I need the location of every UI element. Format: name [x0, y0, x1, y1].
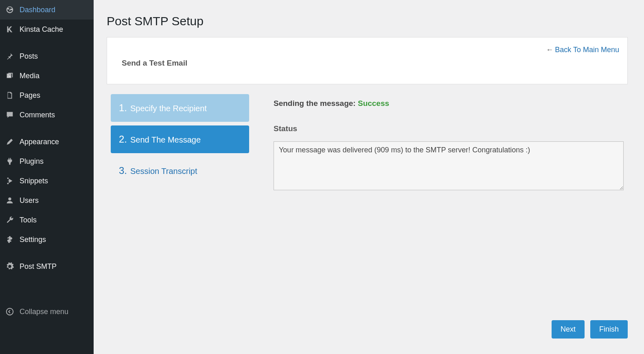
sidebar-item-users[interactable]: Users	[0, 191, 94, 210]
media-icon	[5, 71, 15, 81]
card-subtitle: Send a Test Email	[122, 59, 615, 68]
step-send-message[interactable]: 2. Send The Message	[111, 125, 249, 153]
step-recipient[interactable]: 1. Specify the Recipient	[111, 94, 249, 122]
settings-icon	[5, 235, 15, 244]
sidebar-item-label: Kinsta Cache	[20, 25, 63, 34]
svg-point-1	[7, 308, 13, 315]
comments-icon	[5, 110, 15, 120]
gear-icon	[5, 262, 15, 271]
sidebar-item-label: Settings	[20, 235, 46, 244]
snippets-icon	[5, 176, 15, 186]
sidebar-separator	[0, 39, 94, 46]
next-button[interactable]: Next	[552, 320, 585, 339]
wizard-header-card: ← Back To Main Menu Send a Test Email	[107, 37, 628, 84]
pages-icon	[5, 90, 15, 100]
sidebar-item-comments[interactable]: Comments	[0, 105, 94, 125]
sidebar-item-label: Posts	[20, 52, 38, 61]
svg-point-0	[8, 75, 9, 76]
step-label: Send The Message	[130, 135, 201, 145]
pin-icon	[5, 51, 15, 61]
sidebar-item-label: Pages	[20, 91, 40, 100]
sidebar-item-label: Post SMTP	[20, 262, 57, 271]
back-link-label: Back To Main Menu	[555, 46, 619, 54]
collapse-icon	[5, 307, 15, 317]
sidebar-item-label: Dashboard	[20, 6, 55, 14]
sidebar-item-label: Appearance	[20, 138, 59, 146]
step-label: Specify the Recipient	[130, 104, 207, 113]
back-to-main-link[interactable]: ← Back To Main Menu	[546, 46, 619, 54]
sidebar-item-post-smtp[interactable]: Post SMTP	[0, 257, 94, 276]
finish-button[interactable]: Finish	[590, 320, 628, 339]
dashboard-icon	[5, 5, 15, 15]
wizard-body: 1. Specify the Recipient 2. Send The Mes…	[107, 94, 628, 192]
sending-prefix: Sending the message:	[274, 99, 358, 108]
step-number: 2.	[119, 134, 127, 145]
sidebar-item-dashboard[interactable]: Dashboard	[0, 0, 94, 20]
users-icon	[5, 196, 15, 205]
sending-status-line: Sending the message: Success	[274, 99, 624, 108]
sidebar-separator	[0, 125, 94, 132]
sidebar-separator	[0, 249, 94, 257]
admin-sidebar: Dashboard Kinsta Cache Posts Media Pages…	[0, 0, 94, 354]
result-panel: Sending the message: Success Status	[274, 94, 624, 192]
sidebar-item-label: Comments	[20, 111, 55, 119]
tools-icon	[5, 215, 15, 225]
sidebar-item-media[interactable]: Media	[0, 66, 94, 86]
appearance-icon	[5, 137, 15, 147]
step-number: 3.	[119, 165, 127, 176]
status-output[interactable]	[274, 141, 624, 190]
sidebar-collapse[interactable]: Collapse menu	[0, 302, 94, 321]
sidebar-item-settings[interactable]: Settings	[0, 230, 94, 249]
step-label: Session Transcript	[130, 167, 197, 176]
sidebar-item-plugins[interactable]: Plugins	[0, 152, 94, 171]
sidebar-item-tools[interactable]: Tools	[0, 210, 94, 230]
sidebar-item-label: Plugins	[20, 157, 44, 166]
kinsta-icon	[5, 24, 15, 34]
main-content: Post SMTP Setup ← Back To Main Menu Send…	[94, 0, 644, 354]
sidebar-item-label: Tools	[20, 216, 37, 224]
sidebar-item-label: Users	[20, 196, 39, 205]
sidebar-item-label: Snippets	[20, 177, 48, 185]
sidebar-item-posts[interactable]: Posts	[0, 46, 94, 66]
plugins-icon	[5, 156, 15, 166]
sending-status-word: Success	[358, 99, 389, 108]
status-heading: Status	[274, 124, 624, 133]
sidebar-item-pages[interactable]: Pages	[0, 86, 94, 105]
sidebar-item-appearance[interactable]: Appearance	[0, 132, 94, 152]
sidebar-item-kinsta-cache[interactable]: Kinsta Cache	[0, 20, 94, 39]
wizard-steps: 1. Specify the Recipient 2. Send The Mes…	[111, 94, 249, 192]
page-title: Post SMTP Setup	[107, 14, 628, 28]
step-session-transcript[interactable]: 3. Session Transcript	[111, 157, 249, 185]
arrow-left-icon: ←	[546, 46, 553, 54]
sidebar-item-snippets[interactable]: Snippets	[0, 171, 94, 191]
sidebar-item-label: Media	[20, 72, 39, 80]
sidebar-item-label: Collapse menu	[20, 308, 68, 316]
wizard-buttons: Next Finish	[552, 320, 628, 339]
step-number: 1.	[119, 102, 127, 114]
